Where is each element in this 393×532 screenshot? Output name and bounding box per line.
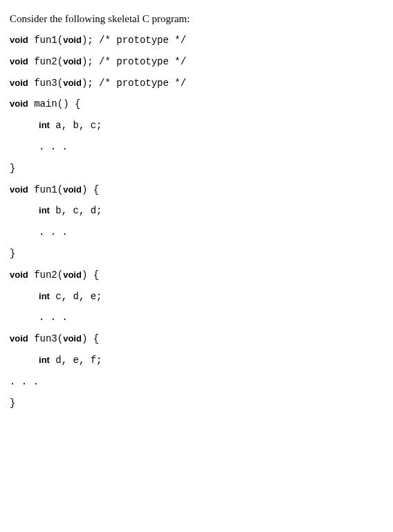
keyword: void bbox=[63, 78, 82, 88]
code-text: ); /* prototype */ bbox=[82, 35, 186, 46]
code-line: int c, d, e; bbox=[10, 291, 383, 303]
code-block: void fun1(void); /* prototype */void fun… bbox=[10, 35, 383, 409]
keyword: void bbox=[10, 78, 28, 88]
code-line: . . . bbox=[10, 141, 383, 153]
code-text: ) { bbox=[82, 269, 99, 281]
code-line: void fun1(void); /* prototype */ bbox=[10, 35, 383, 46]
code-line: . . . bbox=[10, 227, 383, 238]
keyword: void bbox=[63, 333, 82, 344]
keyword: int bbox=[39, 205, 50, 215]
code-line: } bbox=[10, 398, 383, 409]
keyword: int bbox=[39, 120, 50, 130]
code-text: ) { bbox=[82, 184, 99, 195]
keyword: void bbox=[63, 269, 82, 280]
code-line: } bbox=[10, 248, 383, 260]
keyword: void bbox=[63, 56, 82, 66]
code-line: . . . bbox=[10, 376, 383, 388]
keyword: void bbox=[10, 56, 28, 66]
keyword: void bbox=[10, 184, 28, 195]
code-text: } bbox=[10, 163, 15, 174]
code-text: . . . bbox=[39, 312, 68, 323]
code-line: int d, e, f; bbox=[10, 355, 383, 366]
code-text: fun1( bbox=[28, 35, 63, 46]
code-line: void fun1(void) { bbox=[10, 184, 383, 196]
code-line: void fun3(void); /* prototype */ bbox=[10, 78, 383, 89]
code-text: fun2( bbox=[28, 56, 63, 67]
keyword: void bbox=[10, 35, 28, 45]
code-line: void fun2(void) { bbox=[10, 269, 383, 281]
code-line: void fun3(void) { bbox=[10, 333, 383, 345]
keyword: int bbox=[39, 355, 50, 365]
code-text: . . . bbox=[10, 376, 39, 387]
code-text: } bbox=[10, 248, 15, 259]
code-line: . . . bbox=[10, 312, 383, 323]
code-line: int b, c, d; bbox=[10, 205, 383, 217]
code-text: fun3( bbox=[28, 333, 63, 344]
code-text: } bbox=[10, 398, 15, 409]
keyword: void bbox=[63, 184, 82, 195]
code-text: . . . bbox=[39, 227, 68, 238]
intro-text: Consider the following skeletal C progra… bbox=[10, 12, 383, 25]
code-text: c, d, e; bbox=[50, 291, 102, 302]
code-text: fun3( bbox=[28, 78, 63, 89]
code-text: ); /* prototype */ bbox=[82, 78, 186, 89]
code-text: a, b, c; bbox=[50, 120, 102, 131]
code-text: d, e, f; bbox=[50, 355, 102, 366]
code-line: int a, b, c; bbox=[10, 120, 383, 132]
code-text: ) { bbox=[82, 333, 99, 344]
code-line: } bbox=[10, 163, 383, 175]
code-text: fun1( bbox=[28, 184, 63, 195]
keyword: void bbox=[10, 333, 28, 344]
code-line: void fun2(void); /* prototype */ bbox=[10, 56, 383, 68]
code-text: . . . bbox=[39, 141, 68, 152]
code-text: ); /* prototype */ bbox=[82, 56, 186, 67]
keyword: int bbox=[39, 291, 50, 301]
keyword: void bbox=[63, 35, 82, 45]
code-text: b, c, d; bbox=[50, 205, 102, 216]
keyword: void bbox=[10, 269, 28, 280]
code-line: void main() { bbox=[10, 98, 383, 110]
code-text: main() { bbox=[28, 98, 81, 109]
code-text: fun2( bbox=[28, 269, 63, 281]
keyword: void bbox=[10, 98, 28, 109]
